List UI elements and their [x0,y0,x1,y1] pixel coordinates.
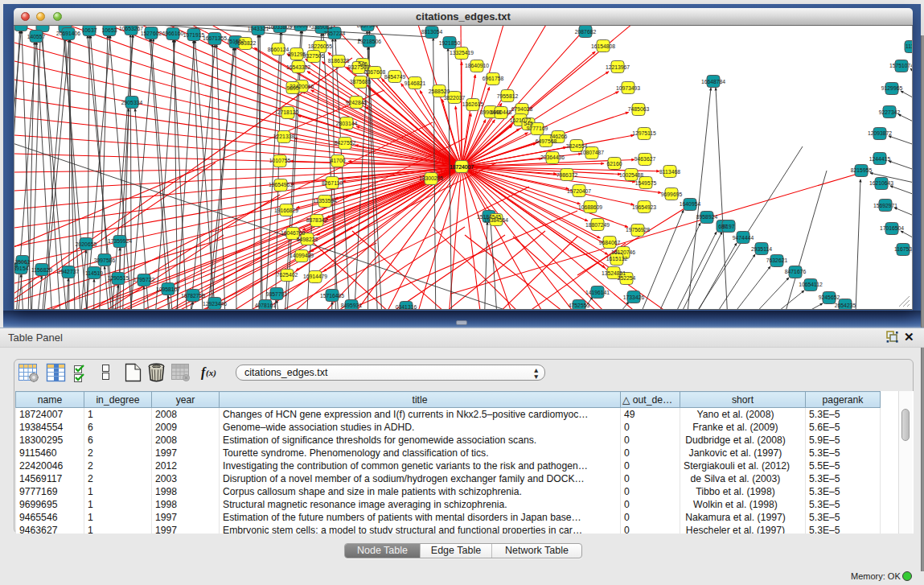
svg-text:(x): (x) [206,368,216,378]
svg-text:9684067: 9684067 [599,240,621,245]
svg-text:1615132: 1615132 [606,256,628,262]
svg-text:8495931: 8495931 [341,303,363,308]
svg-text:2935114: 2935114 [751,246,772,252]
svg-text:9777169: 9777169 [527,126,548,131]
svg-text:19384554: 19384554 [484,217,508,223]
svg-text:10653: 10653 [102,27,117,33]
svg-text:8113468: 8113468 [659,169,680,175]
svg-text:116753: 116753 [894,246,912,252]
svg-text:8813054: 8813054 [421,29,443,35]
svg-text:19218506: 19218506 [357,39,381,44]
svg-text:10654112: 10654112 [799,282,823,287]
svg-text:9245652: 9245652 [819,295,840,300]
svg-text:9463627: 9463627 [634,156,656,162]
svg-text:16154808: 16154808 [591,43,615,49]
svg-text:19654923: 19654923 [632,204,656,210]
svg-text:2718120: 2718120 [277,109,299,115]
svg-text:39154: 39154 [14,266,29,271]
svg-text:8660124: 8660124 [268,47,290,52]
svg-text:3824554: 3824554 [566,143,588,149]
svg-text:2942737: 2942737 [58,269,80,274]
svg-text:1362615: 1362615 [462,101,484,107]
svg-text:7857224: 7857224 [324,31,346,36]
svg-text:8637940: 8637940 [357,26,379,28]
svg-text:10973493: 10973493 [616,85,640,91]
svg-text:8878342: 8878342 [306,217,328,223]
svg-text:1221338: 1221338 [273,134,295,139]
svg-text:12213967: 12213967 [606,64,630,70]
svg-text:15751074: 15751074 [889,63,913,68]
svg-text:16120746: 16120746 [611,249,635,255]
svg-text:1071915: 1071915 [183,32,205,38]
svg-text:8427552: 8427552 [335,140,356,146]
svg-text:8196001: 8196001 [290,26,312,28]
svg-text:10637: 10637 [82,27,97,33]
svg-text:11353594: 11353594 [313,198,337,204]
svg-text:18300295: 18300295 [419,175,443,181]
svg-text:19166829: 19166829 [274,208,298,213]
svg-text:6794028: 6794028 [511,106,533,112]
svg-text:16210643: 16210643 [869,180,893,186]
svg-text:4078161: 4078161 [255,303,277,308]
svg-text:12923446: 12923446 [203,301,227,307]
svg-text:18226055: 18226055 [308,43,332,49]
svg-text:15716485: 15716485 [320,293,344,299]
svg-text:9129965: 9129965 [881,85,903,91]
svg-text:20364436: 20364436 [540,154,565,160]
svg-text:9474444: 9474444 [733,235,754,241]
svg-text:2367608: 2367608 [364,69,386,75]
svg-text:19654963: 19654963 [269,182,293,187]
svg-text:4752553: 4752553 [569,303,590,308]
svg-text:8267110: 8267110 [322,180,343,186]
svg-text:16914479: 16914479 [303,274,327,279]
svg-text:3875685: 3875685 [350,79,372,84]
svg-text:2803144: 2803144 [336,121,358,126]
svg-text:746266: 746266 [549,134,568,139]
svg-text:10688609: 10688609 [578,204,602,210]
svg-text:1043321: 1043321 [248,26,269,31]
svg-text:16046768: 16046768 [281,230,305,236]
svg-text:9327506: 9327506 [303,53,325,59]
svg-text:9242845: 9242845 [346,100,368,105]
svg-text:14196141: 14196141 [585,290,610,295]
svg-text:10025488: 10025488 [619,172,643,178]
svg-text:9890: 9890 [286,85,298,91]
svg-text:3822037: 3822037 [444,95,466,101]
svg-text:18807249: 18807249 [585,222,610,228]
svg-text:16033809: 16033809 [268,26,292,30]
svg-text:16648784: 16648784 [701,79,725,84]
svg-text:6990448: 6990448 [491,109,512,115]
svg-text:14099489: 14099489 [290,253,314,258]
svg-text:10958107: 10958107 [156,286,180,292]
svg-text:1156829: 1156829 [31,267,52,273]
svg-text:16671355: 16671355 [203,35,227,41]
svg-text:0341316: 0341316 [396,304,417,310]
svg-text:2588520: 2588520 [429,89,450,94]
svg-text:2020655: 2020655 [76,241,97,247]
svg-text:8215955: 8215955 [851,167,873,173]
svg-text:6961758: 6961758 [483,76,504,81]
svg-text:8454749: 8454749 [384,74,406,80]
svg-text:2087682: 2087682 [575,29,597,35]
svg-text:35061: 35061 [15,259,31,265]
svg-text:114519: 114519 [85,270,103,276]
svg-text:5498222: 5498222 [297,237,318,242]
svg-text:20691406: 20691406 [56,31,80,36]
svg-text:10653267: 10653267 [119,26,143,31]
svg-text:1527602: 1527602 [141,31,162,36]
svg-text:12093872: 12093872 [868,130,892,136]
svg-text:9227342: 9227342 [879,109,901,115]
svg-text:15692971: 15692971 [873,203,897,208]
svg-text:18640910: 18640910 [465,63,489,68]
svg-text:10807487: 10807487 [580,150,604,155]
svg-text:1795722: 1795722 [133,277,155,282]
svg-text:252254: 252254 [618,275,636,281]
svg-text:1010755: 1010755 [269,158,291,163]
svg-text:7955812: 7955812 [497,93,519,99]
svg-text:140557: 140557 [27,34,46,39]
svg-text:12975115: 12975115 [632,130,656,136]
svg-text:1733426: 1733426 [623,295,645,300]
svg-text:1549575: 1549575 [635,180,657,186]
svg-text:19756928: 19756928 [626,227,650,233]
svg-text:17016504: 17016504 [880,225,904,231]
